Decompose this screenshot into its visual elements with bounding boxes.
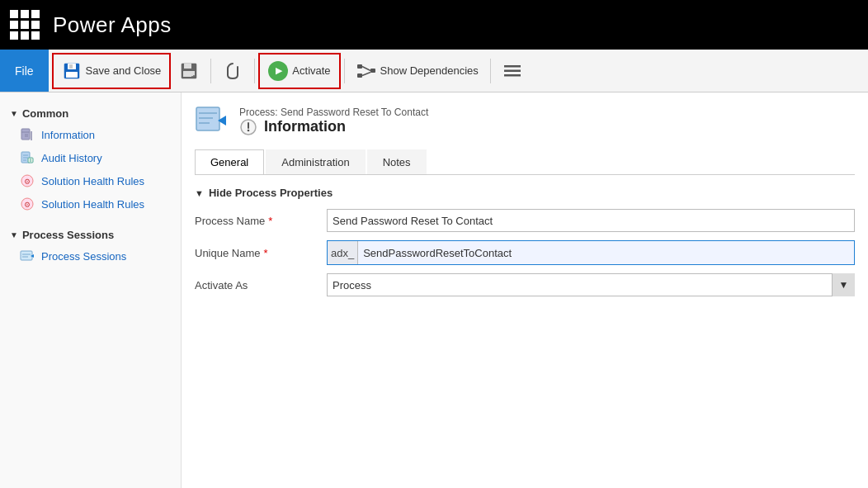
required-star-process-name: * (268, 215, 272, 227)
audit-history-icon (20, 150, 35, 165)
save-group: Save and Close (49, 50, 534, 92)
activate-as-select-wrap: Process Template ▼ (327, 273, 855, 296)
save-as-icon (179, 61, 199, 81)
process-header-text: Process: Send Password Reset To Contact … (239, 107, 428, 136)
process-name-input[interactable] (327, 209, 855, 232)
sidebar-item-information-label: Information (41, 129, 95, 141)
svg-rect-26 (28, 158, 33, 163)
sidebar-item-solution-health-1[interactable]: ⚙ Solution Health Rules (0, 169, 181, 192)
content-area: ▼ Common Information (0, 92, 868, 488)
svg-rect-33 (21, 251, 32, 260)
sidebar-item-information[interactable]: Information (0, 123, 181, 146)
attach-button[interactable] (215, 53, 251, 89)
save-button[interactable]: Save and Close (52, 53, 172, 89)
show-deps-icon (356, 61, 376, 81)
section-title: Hide Process Properties (209, 187, 333, 199)
waffle-icon[interactable] (10, 10, 40, 40)
app-title: Power Apps (53, 12, 172, 38)
separator-3 (344, 59, 345, 83)
tab-content-general: ▼ Hide Process Properties Process Name *… (182, 175, 868, 488)
svg-point-44 (248, 129, 250, 131)
sidebar-section-common: ▼ Common (0, 101, 181, 123)
form-row-process-name: Process Name * (195, 209, 855, 232)
process-title-text: Information (264, 118, 346, 135)
process-header: Process: Send Password Reset To Contact … (182, 92, 868, 143)
sidebar-item-audit-history-label: Audit History (41, 152, 102, 164)
form-row-activate-as: Activate As Process Template ▼ (195, 273, 855, 296)
svg-rect-9 (357, 64, 362, 69)
sidebar-section-common-label: Common (22, 107, 68, 120)
form-row-unique-name: Unique Name * adx_ (195, 240, 855, 265)
section-collapse-arrow[interactable]: ▼ (195, 188, 204, 198)
svg-rect-6 (183, 71, 195, 77)
main-panel: Process: Send Password Reset To Contact … (182, 92, 868, 488)
sidebar-section-process-sessions: ▼ Process Sessions (0, 222, 181, 244)
svg-rect-14 (504, 65, 521, 68)
process-sessions-icon (20, 249, 35, 263)
svg-rect-15 (504, 69, 521, 72)
solution-health-2-icon: ⚙ (20, 197, 35, 211)
sidebar-item-solution-health-2[interactable]: ⚙ Solution Health Rules (0, 192, 181, 216)
collapse-arrow-process-sessions: ▼ (10, 230, 18, 239)
svg-rect-3 (66, 72, 78, 78)
save-as-button[interactable] (171, 53, 207, 89)
svg-line-13 (362, 72, 370, 75)
show-dependencies-button[interactable]: Show Dependencies (348, 53, 487, 89)
tabs-bar: General Administration Notes (195, 149, 855, 175)
attach-icon (223, 61, 243, 81)
process-title: Information (239, 118, 428, 136)
svg-rect-16 (504, 74, 521, 77)
form-label-unique-name: Unique Name * (195, 247, 327, 259)
svg-rect-11 (370, 69, 375, 73)
separator-4 (490, 59, 491, 83)
svg-rect-2 (69, 64, 73, 69)
svg-text:⚙: ⚙ (24, 178, 31, 186)
sidebar: ▼ Common Information (0, 92, 182, 488)
svg-text:⚙: ⚙ (24, 201, 31, 209)
separator-2 (254, 59, 255, 83)
toolbar: File Save and Close (0, 50, 868, 92)
unique-name-input[interactable] (358, 241, 854, 264)
tab-general[interactable]: General (195, 149, 264, 174)
svg-rect-10 (357, 73, 362, 78)
sidebar-item-solution-health-1-label: Solution Health Rules (41, 175, 144, 187)
separator-1 (210, 59, 211, 83)
save-icon (62, 61, 82, 81)
sidebar-item-process-sessions[interactable]: Process Sessions (0, 244, 181, 268)
collapse-arrow-common: ▼ (10, 109, 18, 118)
tab-notes[interactable]: Notes (367, 149, 427, 174)
process-header-icon (195, 102, 229, 140)
activate-label: Activate (292, 64, 330, 77)
sidebar-item-audit-history[interactable]: Audit History (0, 146, 181, 169)
sidebar-item-process-sessions-label: Process Sessions (41, 250, 126, 263)
section-header-process-properties: ▼ Hide Process Properties (195, 187, 855, 199)
sidebar-item-solution-health-2-label: Solution Health Rules (41, 198, 144, 211)
file-button[interactable]: File (0, 50, 49, 92)
form-label-activate-as: Activate As (195, 279, 327, 291)
show-deps-label: Show Dependencies (380, 64, 479, 77)
svg-rect-37 (196, 107, 219, 130)
svg-line-12 (362, 66, 370, 70)
activate-as-select[interactable]: Process Template (327, 273, 855, 296)
process-title-icon (239, 118, 257, 136)
save-label: Save and Close (86, 64, 162, 77)
svg-rect-5 (184, 64, 191, 69)
tab-administration[interactable]: Administration (266, 149, 365, 174)
unique-name-input-wrap: adx_ (327, 240, 855, 265)
process-breadcrumb: Process: Send Password Reset To Contact (239, 107, 428, 118)
unique-name-prefix: adx_ (328, 241, 358, 264)
form-label-process-name: Process Name * (195, 215, 327, 227)
more-options-button[interactable] (494, 53, 531, 89)
required-star-unique-name: * (264, 247, 268, 259)
menu-icon (502, 61, 522, 81)
top-bar: Power Apps (0, 0, 868, 50)
activate-button[interactable]: Activate (258, 53, 340, 89)
solution-health-1-icon: ⚙ (20, 173, 35, 188)
activate-icon (268, 61, 288, 81)
sidebar-section-process-sessions-label: Process Sessions (22, 229, 114, 241)
information-icon (20, 127, 35, 142)
